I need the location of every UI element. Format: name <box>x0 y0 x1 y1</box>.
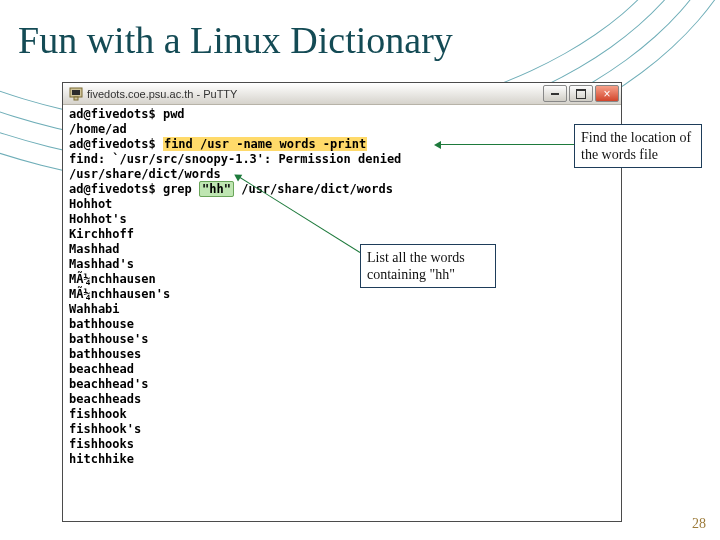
term-output: bathhouse's <box>69 332 615 347</box>
svg-rect-2 <box>74 97 78 100</box>
term-output: Mashhad's <box>69 257 615 272</box>
putty-icon <box>69 87 83 101</box>
term-line: ad@fivedots$ grep "hh" /usr/share/dict/w… <box>69 182 615 197</box>
term-line: ad@fivedots$ pwd <box>69 107 615 122</box>
term-output: bathhouse <box>69 317 615 332</box>
term-output: MÃ¼nchhausen's <box>69 287 615 302</box>
term-line: /usr/share/dict/words <box>69 167 615 182</box>
highlight-find-command: find /usr -name words -print <box>163 137 367 151</box>
term-output: Hohhot's <box>69 212 615 227</box>
window-close-button[interactable] <box>595 85 619 102</box>
putty-window: fivedots.coe.psu.ac.th - PuTTY ad@fivedo… <box>62 82 622 522</box>
svg-rect-1 <box>72 90 80 95</box>
arrow-to-find <box>440 144 574 145</box>
term-output: fishhook's <box>69 422 615 437</box>
window-minimize-button[interactable] <box>543 85 567 102</box>
term-output: Mashhad <box>69 242 615 257</box>
term-line: /home/ad <box>69 122 615 137</box>
callout-list-all: List all the words containing "hh" <box>360 244 496 288</box>
term-output: bathhouses <box>69 347 615 362</box>
callout-find-location: Find the location of the words file <box>574 124 702 168</box>
terminal-area[interactable]: ad@fivedots$ pwd /home/ad ad@fivedots$ f… <box>63 105 621 521</box>
term-output: Hohhot <box>69 197 615 212</box>
term-output: fishhook <box>69 407 615 422</box>
term-line: find: `/usr/src/snoopy-1.3': Permission … <box>69 152 615 167</box>
page-number: 28 <box>692 516 706 532</box>
window-maximize-button[interactable] <box>569 85 593 102</box>
term-output: MÃ¼nchhausen <box>69 272 615 287</box>
highlight-grep-arg: "hh" <box>199 181 234 197</box>
term-output: beachheads <box>69 392 615 407</box>
term-output: fishhooks <box>69 437 615 452</box>
term-output: hitchhike <box>69 452 615 467</box>
term-output: beachhead <box>69 362 615 377</box>
slide-title: Fun with a Linux Dictionary <box>18 18 453 62</box>
term-output: beachhead's <box>69 377 615 392</box>
putty-window-title: fivedots.coe.psu.ac.th - PuTTY <box>87 88 541 100</box>
putty-titlebar: fivedots.coe.psu.ac.th - PuTTY <box>63 83 621 105</box>
term-output: Wahhabi <box>69 302 615 317</box>
